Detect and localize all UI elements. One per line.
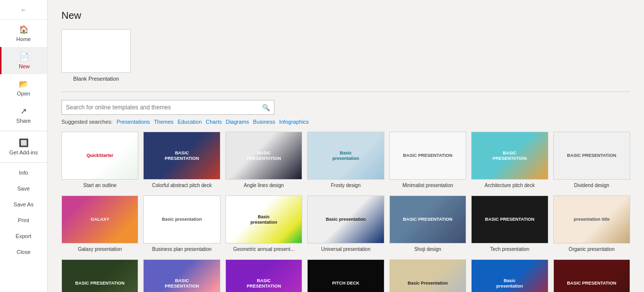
- sidebar-label-save: Save: [17, 186, 30, 192]
- template-thumb-geometric: Basicpresentation: [225, 195, 302, 243]
- template-label-angle-lines: Angle lines design: [225, 182, 302, 189]
- template-geocolor[interactable]: BASICPRESENTATION Geometric color block: [143, 259, 220, 292]
- template-thumb-dividend: BASIC PRESENTATION: [553, 132, 630, 180]
- sidebar-label-home: Home: [16, 36, 31, 42]
- template-thumb-quickstarter: QuickStarter: [61, 132, 138, 180]
- template-organic[interactable]: presentation title Organic presentation: [553, 195, 630, 252]
- sidebar-label-open: Open: [17, 91, 30, 97]
- template-title-training: Basicpresentation: [496, 278, 523, 289]
- sidebar-item-new[interactable]: 📄 New: [0, 47, 47, 74]
- search-bar[interactable]: 🔍: [61, 100, 274, 115]
- share-icon: ↗: [20, 106, 27, 116]
- sidebar-item-close[interactable]: Close: [0, 244, 47, 260]
- suggested-tag-charts[interactable]: Charts: [206, 119, 221, 125]
- template-thumb-shoji: BASIC PRESENTATION: [389, 195, 466, 243]
- sidebar-item-export[interactable]: Export: [0, 228, 47, 244]
- sidebar-item-save[interactable]: Save: [0, 181, 47, 196]
- template-title-shoji: BASIC PRESENTATION: [403, 217, 453, 222]
- template-label-organic: Organic presentation: [553, 246, 630, 252]
- template-business-plan[interactable]: Basic presentation Business plan present…: [143, 195, 220, 252]
- template-thumb-verdant: BASIC PRESENTATION: [61, 259, 138, 292]
- template-label-business-plan: Business plan presentation: [143, 246, 220, 252]
- template-title-dividend: BASIC PRESENTATION: [567, 153, 616, 158]
- template-thumb-bohemian: Basic Presentation: [389, 259, 466, 292]
- suggested-tag-themes[interactable]: Themes: [154, 119, 174, 125]
- template-galaxy[interactable]: GALAXY Galaxy presentation: [61, 195, 138, 252]
- template-dividend[interactable]: BASIC PRESENTATION Dividend design: [553, 132, 630, 189]
- template-title-organic: presentation title: [574, 217, 610, 222]
- sidebar-label-addins: Get Add-ins: [9, 149, 38, 155]
- template-minimalist[interactable]: BASIC PRESENTATION Minimalist presentati…: [389, 132, 466, 189]
- search-input[interactable]: [66, 104, 262, 111]
- template-frosty[interactable]: Basicpresentation Frosty design: [307, 132, 384, 189]
- sidebar-item-share[interactable]: ↗ Share: [0, 101, 47, 129]
- sidebar-item-save-as[interactable]: Save As: [0, 196, 47, 212]
- template-bohemian[interactable]: Basic Presentation Bohemian design: [389, 259, 466, 292]
- template-scientific[interactable]: BASICPRESENTATION Scientific findings pr…: [225, 259, 302, 292]
- template-title-business-plan: Basic presentation: [162, 217, 202, 222]
- template-thumb-galaxy: GALAXY: [61, 195, 138, 243]
- template-architecture[interactable]: BASICPRESENTATION Architecture pitch dec…: [471, 132, 548, 189]
- template-label-dividend: Dividend design: [553, 182, 630, 189]
- template-tech[interactable]: BASIC PRESENTATION Tech presentation: [471, 195, 548, 252]
- template-title-galaxy: GALAXY: [91, 217, 109, 222]
- template-title-frosty: Basicpresentation: [332, 150, 359, 161]
- template-quickstarter[interactable]: QuickStarter Start an outline: [61, 132, 138, 189]
- template-universal[interactable]: Basic presentation Universal presentatio…: [307, 195, 384, 252]
- template-label-minimalist: Minimalist presentation: [389, 182, 466, 189]
- blank-section: Blank Presentation: [61, 29, 630, 82]
- template-grid-row2: GALAXY Galaxy presentation Basic present…: [61, 195, 630, 252]
- template-title-geocolor: BASICPRESENTATION: [165, 278, 199, 289]
- sidebar-item-print[interactable]: Print: [0, 212, 47, 228]
- blank-presentation-thumb[interactable]: [61, 29, 131, 73]
- suggested-tag-business[interactable]: Business: [253, 119, 275, 125]
- sidebar-item-addins[interactable]: 🔲 Get Add-ins: [0, 133, 47, 160]
- template-leaf[interactable]: BASIC PRESENTATION Leaf design: [553, 259, 630, 292]
- suggested-tag-education[interactable]: Education: [177, 119, 202, 125]
- template-label-galaxy: Galaxy presentation: [61, 246, 138, 252]
- template-label-universal: Universal presentation: [307, 246, 384, 252]
- blank-presentation-label: Blank Presentation: [61, 76, 131, 82]
- template-shoji[interactable]: BASIC PRESENTATION Shoji design: [389, 195, 466, 252]
- template-grid-row1: QuickStarter Start an outline BASICPRESE…: [61, 132, 630, 189]
- suggested-label: Suggested searches:: [61, 119, 112, 125]
- suggested-tag-presentations[interactable]: Presentations: [116, 119, 150, 125]
- suggested-tag-infographics[interactable]: Infographics: [279, 119, 309, 125]
- template-geometric[interactable]: Basicpresentation Geometric annual prese…: [225, 195, 302, 252]
- template-thumb-minimalist: BASIC PRESENTATION: [389, 132, 466, 180]
- home-icon: 🏠: [19, 25, 29, 34]
- template-thumb-angle-lines: BASICPRESENTATION: [225, 132, 302, 180]
- template-label-geometric: Geometric annual present...: [225, 246, 302, 252]
- suggested-tag-diagrams[interactable]: Diagrams: [226, 119, 249, 125]
- template-training[interactable]: Basicpresentation Training presentation: [471, 259, 548, 292]
- template-title-leaf: BASIC PRESENTATION: [567, 281, 616, 286]
- template-grid-row3: BASIC PRESENTATION Verdant pitch deck BA…: [61, 259, 630, 292]
- template-title-minsales: PITCH DECK: [332, 281, 359, 286]
- template-title-scientific: BASICPRESENTATION: [247, 278, 281, 289]
- sidebar-item-home[interactable]: 🏠 Home: [0, 20, 47, 47]
- template-thumb-colorful-abstract: BASICPRESENTATION: [143, 132, 220, 180]
- template-label-frosty: Frosty design: [307, 182, 384, 189]
- search-icon: 🔍: [262, 104, 270, 111]
- sidebar-item-info[interactable]: Info: [0, 165, 47, 181]
- template-thumb-leaf: BASIC PRESENTATION: [553, 259, 630, 292]
- template-angle-lines[interactable]: BASICPRESENTATION Angle lines design: [225, 132, 302, 189]
- template-minsales[interactable]: PITCH DECK Minimalist sales pitch: [307, 259, 384, 292]
- template-label-shoji: Shoji design: [389, 246, 466, 252]
- template-label-tech: Tech presentation: [471, 246, 548, 252]
- template-label-quickstarter: Start an outline: [61, 182, 138, 189]
- template-thumb-geocolor: BASICPRESENTATION: [143, 259, 220, 292]
- template-thumb-tech: BASIC PRESENTATION: [471, 195, 548, 243]
- template-title-minimalist: BASIC PRESENTATION: [403, 153, 453, 158]
- sidebar-label-saveas: Save As: [13, 201, 33, 207]
- sidebar-label-export: Export: [16, 233, 32, 239]
- template-colorful-abstract[interactable]: BASICPRESENTATION Colorful abstract pitc…: [143, 132, 220, 189]
- back-icon: ←: [21, 6, 27, 13]
- template-thumb-business-plan: Basic presentation: [143, 195, 220, 243]
- back-button[interactable]: ←: [0, 0, 47, 20]
- template-verdant[interactable]: BASIC PRESENTATION Verdant pitch deck: [61, 259, 138, 292]
- sidebar-item-open[interactable]: 📂 Open: [0, 74, 47, 101]
- sidebar: ← 🏠 Home 📄 New 📂 Open ↗ Share 🔲 Get Add-…: [0, 0, 48, 292]
- sidebar-label-close: Close: [16, 249, 30, 255]
- template-thumb-organic: presentation title: [553, 195, 630, 243]
